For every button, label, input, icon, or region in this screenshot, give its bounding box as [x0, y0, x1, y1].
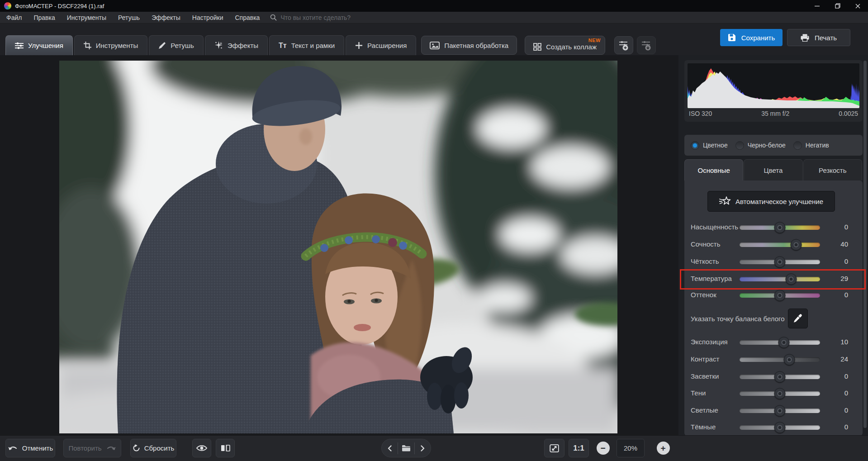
- slider-value: 0: [820, 257, 848, 265]
- menu-tools[interactable]: Инструменты: [61, 12, 112, 24]
- main-toolbar: Улучшения Инструменты Ретушь Эффекты Tт …: [0, 24, 868, 55]
- tab-sharpness-label: Резкость: [819, 166, 847, 174]
- create-collage-button[interactable]: NEW Создать коллаж: [525, 36, 605, 55]
- tab-effects[interactable]: Эффекты: [205, 35, 268, 55]
- menu-effects[interactable]: Эффекты: [146, 12, 186, 24]
- menu-help[interactable]: Справка: [229, 12, 266, 24]
- radio-negative[interactable]: Негатив: [793, 141, 829, 150]
- slider-knob[interactable]: [774, 422, 786, 433]
- radio-black-white[interactable]: Черно-белое: [735, 141, 786, 150]
- tab-text-frames[interactable]: Tт Текст и рамки: [269, 35, 344, 55]
- slider-value: 24: [820, 355, 848, 363]
- brush-icon: [158, 42, 166, 49]
- slider-track[interactable]: [740, 425, 820, 430]
- exif-iso: ISO 320: [689, 110, 712, 117]
- slider-label: Насыщенность: [691, 223, 738, 231]
- slider-knob[interactable]: [774, 405, 786, 417]
- slider-track[interactable]: [740, 340, 820, 345]
- plus-icon: [355, 42, 363, 49]
- slider-track[interactable]: [740, 375, 820, 379]
- window-title: ФотоМАСТЕР - DSCF2294 (1).raf: [15, 3, 104, 10]
- zoom-level[interactable]: 20%: [617, 439, 645, 457]
- slider-knob[interactable]: [774, 257, 786, 268]
- search-input[interactable]: [280, 14, 398, 21]
- white-balance-picker-button[interactable]: [788, 309, 808, 328]
- redo-icon: [106, 445, 116, 451]
- actual-size-button[interactable]: 1:1: [569, 439, 589, 457]
- radio-bw-dot: [735, 141, 744, 150]
- title-bar: ФотоМАСТЕР - DSCF2294 (1).raf: [0, 0, 868, 12]
- slider-knob[interactable]: [774, 371, 786, 383]
- redo-button[interactable]: Повторить: [63, 439, 121, 457]
- preset-history-button[interactable]: [637, 36, 656, 54]
- auto-enhance-label: Автоматическое улучшение: [735, 198, 823, 205]
- menu-file[interactable]: Файл: [0, 12, 28, 24]
- plus-icon: +: [657, 442, 670, 455]
- tab-sharpness[interactable]: Резкость: [803, 159, 862, 181]
- slider-exposure: Экспозиция 10: [684, 335, 863, 350]
- picture-icon: [430, 42, 440, 49]
- tab-colors[interactable]: Цвета: [744, 159, 802, 181]
- restore-button[interactable]: [827, 0, 848, 12]
- slider-label: Тени: [691, 389, 706, 397]
- slider-knob[interactable]: [774, 222, 786, 233]
- sidebar-scrollbar[interactable]: [863, 61, 867, 428]
- show-original-button[interactable]: [192, 439, 211, 457]
- minimize-button[interactable]: [807, 0, 827, 12]
- slider-value: 0: [820, 291, 848, 299]
- slider-track[interactable]: [740, 293, 820, 298]
- radio-color[interactable]: Цветное: [691, 141, 728, 150]
- slider-track[interactable]: [740, 260, 820, 264]
- slider-track[interactable]: [740, 409, 820, 413]
- tab-enhancements[interactable]: Улучшения: [5, 35, 73, 55]
- save-button[interactable]: Сохранить: [720, 29, 783, 46]
- slider-label: Тёмные: [691, 423, 716, 431]
- next-photo-button[interactable]: [415, 439, 431, 457]
- radio-bw-label: Черно-белое: [748, 142, 786, 149]
- add-preset-button[interactable]: [614, 36, 633, 54]
- slider-knob[interactable]: [790, 239, 802, 251]
- tab-tools[interactable]: Инструменты: [74, 35, 148, 55]
- reset-label: Сбросить: [144, 444, 175, 452]
- slider-knob[interactable]: [774, 388, 786, 399]
- magic-star-icon: [719, 196, 731, 206]
- tab-extensions[interactable]: Расширения: [346, 35, 416, 55]
- zoom-out-button[interactable]: −: [593, 439, 613, 457]
- search-box[interactable]: [270, 14, 398, 21]
- open-folder-button[interactable]: [398, 439, 414, 457]
- slider-value: 0: [820, 389, 848, 397]
- chevron-left-icon: [388, 445, 392, 451]
- preset-add-icon: [618, 40, 629, 51]
- fullscreen-icon: [550, 444, 559, 452]
- tab-label: Ретушь: [171, 42, 194, 49]
- menu-retouch[interactable]: Ретушь: [112, 12, 146, 24]
- histogram-panel: ISO 320 35 mm f/2 0.0025: [684, 60, 863, 122]
- photo-canvas[interactable]: [59, 61, 617, 433]
- fit-to-screen-button[interactable]: [544, 439, 564, 457]
- print-button[interactable]: Печать: [787, 29, 850, 46]
- compare-before-after-button[interactable]: [216, 439, 235, 457]
- slider-knob[interactable]: [778, 337, 789, 348]
- zoom-in-button[interactable]: +: [653, 439, 674, 457]
- reset-button[interactable]: Сбросить: [130, 439, 176, 457]
- zoom-level-value: 20%: [624, 444, 637, 452]
- slider-knob[interactable]: [774, 290, 786, 301]
- close-button[interactable]: [848, 0, 868, 12]
- auto-enhance-button[interactable]: Автоматическое улучшение: [707, 191, 835, 212]
- slider-label: Чёткость: [691, 257, 719, 265]
- radio-color-dot: [691, 141, 699, 150]
- batch-processing-button[interactable]: Пакетная обработка: [421, 36, 517, 55]
- undo-button[interactable]: Отменить: [5, 439, 55, 457]
- menu-edit[interactable]: Правка: [28, 12, 61, 24]
- slider-track[interactable]: [740, 357, 820, 362]
- tab-basic[interactable]: Основные: [684, 159, 743, 181]
- slider-vibrance: Сочность 40: [684, 237, 863, 252]
- menu-settings[interactable]: Настройки: [186, 12, 229, 24]
- slider-track[interactable]: [740, 242, 820, 247]
- slider-track[interactable]: [740, 391, 820, 396]
- exif-lens: 35 mm f/2: [712, 110, 839, 117]
- slider-track[interactable]: [740, 225, 820, 230]
- tab-retouch[interactable]: Ретушь: [149, 35, 204, 55]
- slider-knob[interactable]: [784, 354, 795, 366]
- prev-photo-button[interactable]: [382, 439, 398, 457]
